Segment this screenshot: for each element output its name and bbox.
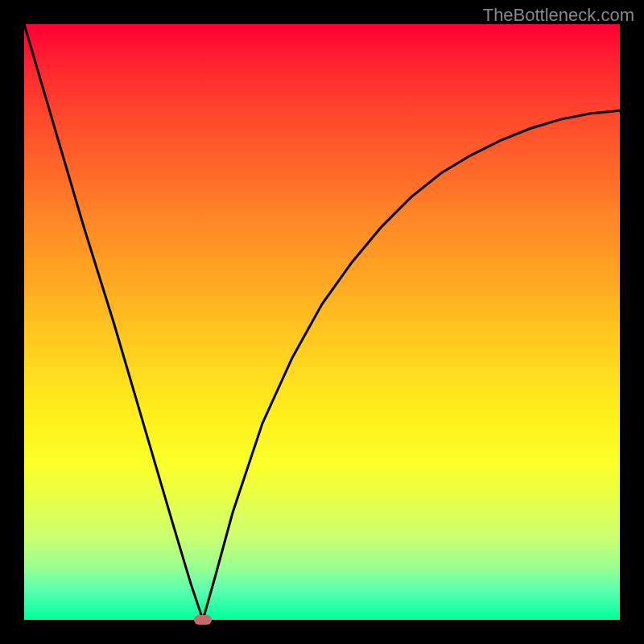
bottleneck-curve [24,24,620,620]
chart-frame: TheBottleneck.com [0,0,644,644]
watermark-text: TheBottleneck.com [483,5,634,26]
curve-svg [24,24,620,620]
optimal-point-marker [194,615,212,625]
